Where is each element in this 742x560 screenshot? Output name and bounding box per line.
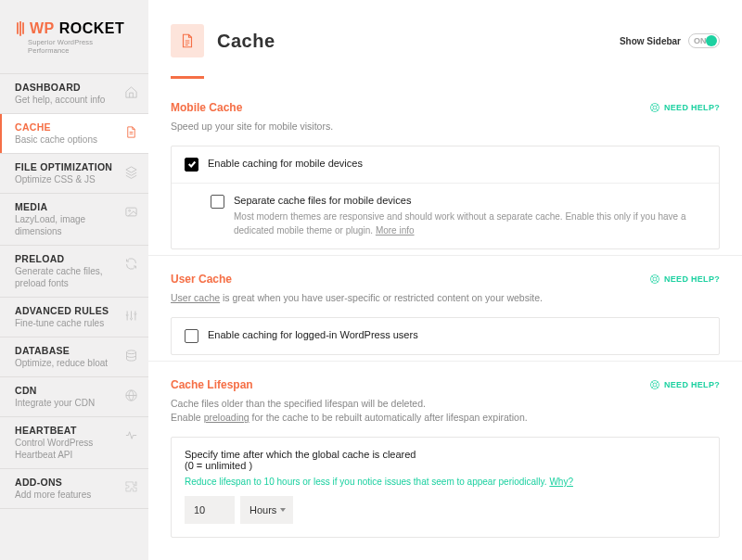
svg-point-8 <box>653 106 657 109</box>
sidebar-item-add-ons[interactable]: ADD-ONSAdd more features <box>0 468 148 509</box>
globe-icon <box>122 387 139 403</box>
svg-point-10 <box>653 277 657 281</box>
sidebar-item-preload[interactable]: PRELOADGenerate cache files, preload fon… <box>0 245 148 297</box>
show-sidebar-label: Show Sidebar <box>620 36 681 46</box>
sidebar-item-desc: Get help, account info <box>15 94 117 106</box>
page-title: Cache <box>217 31 275 52</box>
lifespan-field-label: Specify time after which the global cach… <box>185 449 706 471</box>
option-label: Enable caching for mobile devices <box>208 158 706 169</box>
option-help: Most modern themes are responsive and sh… <box>234 210 706 237</box>
sidebar-item-desc: Optimize, reduce bloat <box>15 357 117 369</box>
sidebar-item-label: DATABASE <box>15 345 117 356</box>
sidebar-item-desc: Generate cache files, preload fonts <box>15 265 117 289</box>
sidebar-item-label: CDN <box>15 385 117 396</box>
option-label: Enable caching for logged-in WordPress u… <box>208 329 706 340</box>
sidebar-item-label: ADD-ONS <box>15 477 117 488</box>
lifebuoy-icon <box>649 379 660 390</box>
lifebuoy-icon <box>649 274 660 285</box>
sidebar-item-label: FILE OPTIMIZATION <box>15 161 117 172</box>
checkbox[interactable] <box>211 195 224 209</box>
svg-rect-0 <box>125 208 135 216</box>
option-enable-user-cache[interactable]: Enable caching for logged-in WordPress u… <box>172 318 719 354</box>
sidebar-item-label: HEARTBEAT <box>15 425 117 436</box>
option-label: Separate cache files for mobile devices <box>234 195 706 206</box>
refresh-icon <box>122 255 139 272</box>
mobile-cache-panel: Enable caching for mobile devices Separa… <box>171 146 720 249</box>
sidebar-item-desc: Control WordPress Heartbeat API <box>15 437 117 461</box>
need-help-button[interactable]: NEED HELP? <box>649 274 720 285</box>
sidebar: WP ROCKET Superior WordPress Performance… <box>0 0 148 560</box>
section-mobile-cache: Mobile Cache NEED HELP? Speed up your si… <box>148 79 742 255</box>
brand-logo: WP ROCKET Superior WordPress Performance <box>0 0 148 73</box>
sidebar-item-desc: Optimize CSS & JS <box>15 173 117 185</box>
sidebar-item-cache[interactable]: CACHEBasic cache options <box>0 113 148 153</box>
user-cache-link[interactable]: User cache <box>171 292 220 303</box>
sidebar-item-desc: Fine-tune cache rules <box>15 317 117 329</box>
sidebar-item-advanced-rules[interactable]: ADVANCED RULESFine-tune cache rules <box>0 297 148 337</box>
main-content: Cache Show Sidebar ON Mobile Cache NEED … <box>148 0 742 560</box>
section-title: Cache Lifespan <box>171 378 253 391</box>
sidebar-item-desc: Add more features <box>15 489 117 501</box>
page-header: Cache Show Sidebar ON <box>148 0 742 67</box>
option-enable-mobile-cache[interactable]: Enable caching for mobile devices <box>172 146 719 183</box>
lifebuoy-icon <box>649 102 660 113</box>
sidebar-item-cdn[interactable]: CDNIntegrate your CDN <box>0 376 148 416</box>
checkbox[interactable] <box>185 158 198 172</box>
section-user-cache: User Cache NEED HELP? User cache is grea… <box>148 255 742 361</box>
svg-point-3 <box>130 317 132 319</box>
section-title: User Cache <box>171 273 232 286</box>
svg-point-4 <box>134 312 135 314</box>
more-info-link[interactable]: More info <box>376 225 415 235</box>
image-icon <box>122 203 139 220</box>
heartbeat-icon <box>122 426 139 443</box>
sidebar-item-dashboard[interactable]: DASHBOARDGet help, account info <box>0 73 148 113</box>
svg-point-1 <box>128 210 130 211</box>
sidebar-item-label: CACHE <box>15 121 117 133</box>
sidebar-item-file-optimization[interactable]: FILE OPTIMIZATIONOptimize CSS & JS <box>0 153 148 193</box>
rocket-icon <box>15 21 26 36</box>
nav-list: DASHBOARDGet help, account infoCACHEBasi… <box>0 73 148 509</box>
checkbox[interactable] <box>185 329 198 343</box>
need-help-button[interactable]: NEED HELP? <box>649 102 720 113</box>
file-icon <box>179 32 196 49</box>
sidebar-item-desc: LazyLoad, image dimensions <box>15 213 117 237</box>
section-desc: User cache is great when you have user-s… <box>171 291 720 306</box>
lifespan-value-input[interactable] <box>185 496 235 524</box>
page-header-icon <box>171 24 204 57</box>
sidebar-item-heartbeat[interactable]: HEARTBEATControl WordPress Heartbeat API <box>0 416 148 468</box>
user-cache-panel: Enable caching for logged-in WordPress u… <box>171 317 720 355</box>
show-sidebar-toggle[interactable]: Show Sidebar ON <box>620 33 720 48</box>
sidebar-item-label: PRELOAD <box>15 253 117 264</box>
sidebar-item-database[interactable]: DATABASEOptimize, reduce bloat <box>0 337 148 376</box>
sidebar-item-label: DASHBOARD <box>15 82 117 93</box>
toggle-switch[interactable]: ON <box>688 33 720 48</box>
sidebar-item-desc: Basic cache options <box>15 134 117 146</box>
svg-point-12 <box>653 383 657 387</box>
lifespan-unit-select[interactable]: Hours <box>240 496 293 524</box>
preloading-link[interactable]: preloading <box>204 412 249 423</box>
database-icon <box>122 347 139 363</box>
need-help-button[interactable]: NEED HELP? <box>649 379 720 390</box>
sidebar-item-media[interactable]: MEDIALazyLoad, image dimensions <box>0 193 148 245</box>
option-separate-mobile-cache[interactable]: Separate cache files for mobile devices … <box>172 183 719 248</box>
sidebar-item-desc: Integrate your CDN <box>15 397 117 409</box>
section-title: Mobile Cache <box>171 101 242 114</box>
sliders-icon <box>122 307 139 324</box>
svg-point-5 <box>126 350 135 353</box>
puzzle-icon <box>122 478 139 495</box>
svg-point-2 <box>126 313 128 315</box>
section-cache-lifespan: Cache Lifespan NEED HELP? Cache files ol… <box>148 361 742 544</box>
why-link[interactable]: Why? <box>549 477 573 487</box>
sidebar-item-label: ADVANCED RULES <box>15 305 117 316</box>
section-desc: Cache files older than the specified lif… <box>171 397 720 426</box>
home-icon <box>122 83 139 100</box>
lifespan-tip: Reduce lifespan to 10 hours or less if y… <box>185 477 706 487</box>
layers-icon <box>122 163 139 180</box>
section-desc: Speed up your site for mobile visitors. <box>171 120 720 134</box>
file-icon <box>122 123 139 140</box>
sidebar-item-label: MEDIA <box>15 201 117 212</box>
lifespan-panel: Specify time after which the global cach… <box>171 437 720 538</box>
